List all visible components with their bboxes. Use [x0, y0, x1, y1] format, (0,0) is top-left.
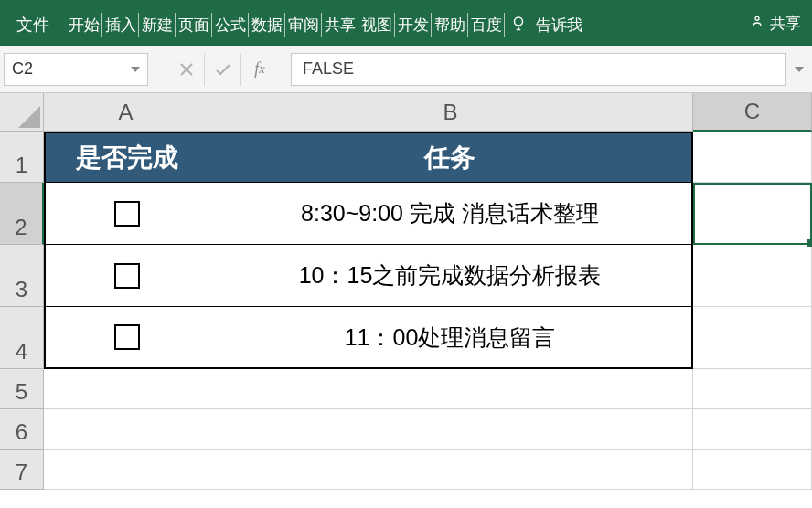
- row-header-6[interactable]: 6: [0, 409, 44, 450]
- tab-page[interactable]: 页面: [176, 4, 212, 46]
- row-header-5[interactable]: 5: [0, 369, 44, 409]
- row-header-1[interactable]: 1: [0, 132, 44, 183]
- cell-c4[interactable]: [693, 307, 812, 369]
- cell-a3[interactable]: [44, 245, 208, 307]
- row-header-7[interactable]: 7: [0, 450, 44, 490]
- cell-b3[interactable]: 10：15之前完成数据分析报表: [208, 245, 693, 307]
- col-header-b[interactable]: B: [208, 93, 693, 132]
- tell-me[interactable]: 告诉我: [510, 15, 582, 36]
- tab-new[interactable]: 新建: [139, 4, 176, 46]
- row-header-3[interactable]: 3: [0, 245, 44, 307]
- cell-b4[interactable]: 11：00处理消息留言: [208, 307, 693, 369]
- column-headers: A B C: [0, 93, 812, 132]
- tell-me-label: 告诉我: [536, 15, 582, 36]
- fx-button[interactable]: fx: [241, 53, 278, 86]
- cell-b7[interactable]: [208, 450, 693, 490]
- cell-b2[interactable]: 8:30~9:00 完成 消息话术整理: [208, 183, 693, 245]
- svg-point-3: [755, 16, 759, 20]
- svg-point-0: [515, 17, 523, 26]
- cell-c3[interactable]: [693, 245, 812, 307]
- share-icon: [750, 14, 764, 33]
- ribbon: 文件 开始 插入 新建 页面 公式 数据 审阅 共享 视图 开发 帮助 百度 告…: [0, 0, 812, 46]
- checkbox-icon[interactable]: [114, 201, 140, 227]
- cell-a6[interactable]: [44, 409, 208, 450]
- row-6: 6: [0, 409, 812, 450]
- row-header-4[interactable]: 4: [0, 307, 44, 369]
- tab-help[interactable]: 帮助: [432, 4, 468, 46]
- cell-a7[interactable]: [44, 450, 208, 490]
- row-5: 5: [0, 369, 812, 409]
- cell-a2[interactable]: [44, 183, 208, 245]
- name-box[interactable]: C2: [4, 53, 148, 86]
- tab-review[interactable]: 审阅: [285, 4, 322, 46]
- cancel-button[interactable]: [168, 53, 205, 86]
- row-2: 2 8:30~9:00 完成 消息话术整理: [0, 183, 812, 245]
- checkbox-icon[interactable]: [114, 263, 140, 289]
- ribbon-tabs: 文件 开始 插入 新建 页面 公式 数据 审阅 共享 视图 开发 帮助 百度 告…: [0, 4, 582, 46]
- share-button[interactable]: 共享: [750, 0, 801, 46]
- tab-dev[interactable]: 开发: [395, 4, 432, 46]
- fx-controls: fx: [168, 53, 278, 86]
- cell-b6[interactable]: [208, 409, 693, 450]
- col-header-c[interactable]: C: [693, 93, 812, 132]
- cell-a1[interactable]: 是否完成: [44, 132, 208, 183]
- tab-share[interactable]: 共享: [322, 4, 358, 46]
- formula-value: FALSE: [303, 59, 354, 79]
- tab-data[interactable]: 数据: [249, 4, 285, 46]
- cell-b5[interactable]: [208, 369, 693, 409]
- tab-view[interactable]: 视图: [358, 4, 395, 46]
- formula-expand[interactable]: [792, 58, 807, 80]
- row-7: 7: [0, 450, 812, 490]
- cell-c2[interactable]: [693, 183, 812, 245]
- tab-file[interactable]: 文件: [0, 4, 66, 46]
- enter-button[interactable]: [205, 53, 241, 86]
- tab-baidu[interactable]: 百度: [468, 4, 505, 46]
- row-4: 4 11：00处理消息留言: [0, 307, 812, 369]
- name-box-dropdown[interactable]: [123, 54, 147, 85]
- checkbox-icon[interactable]: [114, 324, 140, 350]
- row-header-2[interactable]: 2: [0, 183, 44, 245]
- cell-c1[interactable]: [693, 132, 812, 183]
- name-box-value: C2: [12, 59, 33, 79]
- formula-input[interactable]: FALSE: [291, 53, 786, 86]
- cell-c5[interactable]: [693, 369, 812, 409]
- row-3: 3 10：15之前完成数据分析报表: [0, 245, 812, 307]
- cell-a4[interactable]: [44, 307, 208, 369]
- cell-b1[interactable]: 任务: [208, 132, 693, 183]
- rows: 1 是否完成 任务 2 8:30~9:00 完成 消息话术整理 3 10：15之…: [0, 132, 812, 490]
- cell-c6[interactable]: [693, 409, 812, 450]
- row-1: 1 是否完成 任务: [0, 132, 812, 183]
- bulb-icon: [510, 15, 527, 36]
- tab-home[interactable]: 开始: [66, 4, 102, 46]
- sheet: A B C 1 是否完成 任务 2 8:30~9:00 完成 消息话术整理 3: [0, 93, 812, 508]
- tab-insert[interactable]: 插入: [102, 4, 139, 46]
- tab-formula[interactable]: 公式: [212, 4, 249, 46]
- formula-bar: C2 fx FALSE: [0, 46, 812, 93]
- share-label: 共享: [770, 13, 801, 34]
- cell-c7[interactable]: [693, 450, 812, 490]
- col-header-a[interactable]: A: [44, 93, 208, 132]
- cell-a5[interactable]: [44, 369, 208, 409]
- select-all-corner[interactable]: [0, 93, 44, 132]
